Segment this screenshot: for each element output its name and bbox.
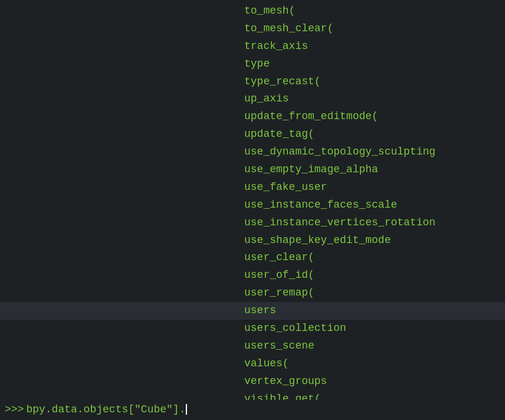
autocomplete-item[interactable]: to_mesh_clear(	[0, 20, 505, 38]
autocomplete-item[interactable]: use_instance_faces_scale	[0, 196, 505, 214]
autocomplete-item[interactable]: use_shape_key_edit_mode	[0, 232, 505, 250]
autocomplete-item[interactable]: vertex_groups	[0, 373, 505, 391]
prompt-line[interactable]: >>> bpy.data.objects["Cube"].	[0, 400, 505, 420]
autocomplete-item[interactable]: use_fake_user	[0, 179, 505, 196]
autocomplete-item[interactable]: up_axis	[0, 90, 505, 108]
autocomplete-item[interactable]: track_axis	[0, 38, 505, 55]
autocomplete-list: to_mesh(to_mesh_clear(track_axistypetype…	[0, 0, 505, 400]
autocomplete-item[interactable]: users_collection	[0, 320, 505, 337]
autocomplete-item[interactable]: update_tag(	[0, 126, 505, 143]
autocomplete-item[interactable]: values(	[0, 355, 505, 373]
prompt-text-content: bpy.data.objects["Cube"].	[26, 403, 185, 415]
prompt-prefix: >>>	[0, 403, 24, 415]
prompt-input[interactable]: bpy.data.objects["Cube"].	[26, 403, 187, 415]
autocomplete-item[interactable]: type_recast(	[0, 73, 505, 91]
text-cursor	[186, 404, 187, 415]
autocomplete-item[interactable]: use_instance_vertices_rotation	[0, 214, 505, 232]
autocomplete-item[interactable]: update_from_editmode(	[0, 108, 505, 126]
autocomplete-item[interactable]: users_scene	[0, 337, 505, 355]
autocomplete-item[interactable]: visible_get(	[0, 391, 505, 400]
autocomplete-item[interactable]: use_empty_image_alpha	[0, 161, 505, 179]
autocomplete-item[interactable]: type	[0, 55, 505, 73]
autocomplete-item[interactable]: use_dynamic_topology_sculpting	[0, 143, 505, 161]
autocomplete-item[interactable]: user_remap(	[0, 284, 505, 302]
autocomplete-item[interactable]: users	[0, 302, 505, 320]
autocomplete-item[interactable]: to_mesh(	[0, 2, 505, 20]
autocomplete-item[interactable]: user_of_id(	[0, 267, 505, 284]
terminal: to_mesh(to_mesh_clear(track_axistypetype…	[0, 0, 505, 420]
autocomplete-item[interactable]: user_clear(	[0, 249, 505, 267]
